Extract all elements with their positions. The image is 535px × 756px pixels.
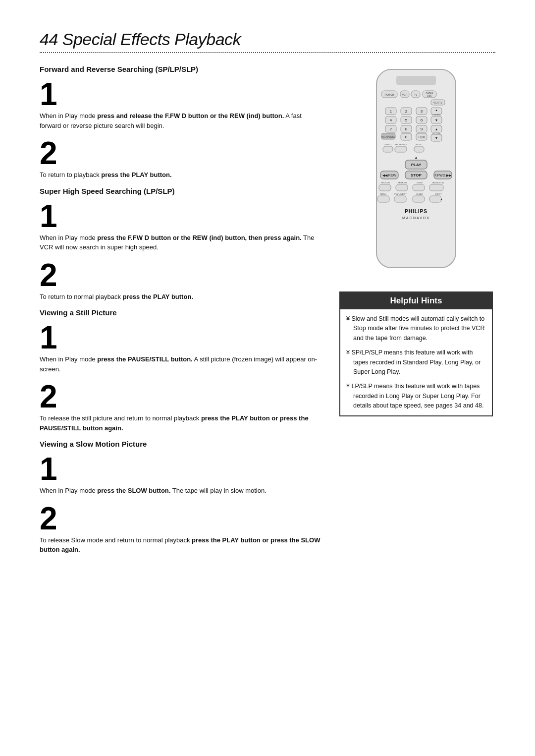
section-still-picture: Viewing a Still Picture 1 When in Play m… [40,308,322,433]
svg-text:▲: ▲ [435,109,438,112]
svg-text:4: 4 [390,118,392,122]
step-4-1: 1 When in Play mode press the SLOW butto… [40,453,322,496]
svg-rect-75 [394,196,406,202]
left-column: Forward and Reverse Searching (SP/LP/SLP… [40,62,322,562]
section-forward-reverse: Forward and Reverse Searching (SP/LP/SLP… [40,65,322,180]
step-1-1: 1 When in Play mode press and release th… [40,78,322,130]
step-text-2-2: To return to normal playback press the P… [40,292,322,302]
svg-text:POWER: POWER [385,93,394,96]
hint-yen-3: ¥ [346,383,350,390]
svg-text:TV: TV [414,93,418,96]
svg-rect-66 [379,184,391,191]
svg-text:STOP: STOP [411,173,422,177]
step-number-3-1: 1 [40,322,322,353]
section-super-high-speed: Super High Speed Searching (LP/SLP) 1 Wh… [40,187,322,302]
svg-text:REC/OTR: REC/OTR [381,181,390,184]
step-number-1-1: 1 [40,78,322,110]
svg-text:F.FWD ▶▶: F.FWD ▶▶ [434,174,451,177]
svg-text:◀◀ REW: ◀◀ REW [382,174,397,177]
svg-text:9: 9 [421,127,423,131]
step-2-1: 1 When in Play mode press the F.FW D but… [40,200,322,252]
svg-text:0: 0 [405,135,408,139]
helpful-hints-body: ¥ Slow and Still modes will automati cal… [340,309,492,415]
svg-text:PAUSE/STILL: PAUSE/STILL [432,181,445,184]
svg-rect-51 [395,146,407,152]
svg-text:7: 7 [390,127,392,131]
step-4-2: 2 To release Slow mode and return to nor… [40,503,322,555]
step-number-2-2: 2 [40,259,322,291]
main-layout: Forward and Reverse Searching (SP/LP/SLP… [40,62,495,562]
svg-text:VCR: VCR [402,93,408,96]
svg-text:VCR PLUS+: VCR PLUS+ [381,135,395,138]
svg-text:DSS: DSS [427,95,431,97]
svg-text:MUTE: MUTE [416,143,422,146]
svg-text:SPEED: SPEED [384,143,391,146]
step-3-1: 1 When in Play mode press the PAUSE/STIL… [40,322,322,374]
step-number-4-1: 1 [40,453,322,485]
svg-text:▼: ▼ [435,118,438,122]
svg-text:▲: ▲ [440,198,443,201]
hint-item-2: ¥ SP/LP/SLP means this feature will work… [346,348,486,377]
step-number-2-1: 1 [40,200,322,232]
svg-text:1: 1 [390,109,392,114]
svg-text:▼: ▼ [435,136,438,140]
step-text-1-1: When in Play mode press and release the … [40,111,322,130]
svg-text:STATUS/EXIT: STATUS/EXIT [394,193,407,195]
hint-yen-2: ¥ [346,349,350,356]
svg-text:+100: +100 [418,135,426,139]
helpful-hints-box: Helpful Hints ¥ Slow and Still modes wil… [339,291,493,416]
right-column: POWER VCR TV CABLE DSS VCR/TV 1 2 3 [337,62,495,562]
svg-text:2: 2 [405,109,408,114]
svg-rect-69 [429,184,443,191]
svg-rect-76 [413,196,425,202]
section-title-3: Viewing a Still Picture [40,308,322,317]
svg-text:MAGNAVOX: MAGNAVOX [402,216,430,220]
svg-text:MEMORY: MEMORY [398,181,407,184]
section-divider [40,52,495,53]
remote-control-image: POWER VCR TV CABLE DSS VCR/TV 1 2 3 [367,67,466,277]
step-text-4-1: When in Play mode press the SLOW button.… [40,486,322,496]
svg-text:EJECT: EJECT [435,193,442,195]
svg-text:5: 5 [405,118,408,122]
svg-text:▲: ▲ [435,127,438,131]
step-1-2: 2 To return to playback press the PLAY b… [40,137,322,180]
svg-text:▲: ▲ [415,156,418,159]
svg-rect-74 [377,196,389,202]
section-title-2: Super High Speed Searching (LP/SLP) [40,187,322,195]
step-text-3-1: When in Play mode press the PAUSE/STILL … [40,354,322,374]
step-2-2: 2 To return to normal playback press the… [40,259,322,302]
section-slow-motion: Viewing a Slow Motion Picture 1 When in … [40,440,322,555]
hint-item-3: ¥ LP/SLP means this feature will work wi… [346,382,486,410]
step-3-2: 2 To release the still picture and retur… [40,381,322,433]
svg-text:TIME SEARCH: TIME SEARCH [393,143,407,146]
svg-text:PHILIPS: PHILIPS [405,209,428,214]
hint-yen-1: ¥ [346,315,350,322]
step-number-1-2: 2 [40,137,322,169]
svg-rect-67 [396,184,408,191]
svg-rect-50 [383,146,393,152]
step-number-3-2: 2 [40,381,322,412]
step-number-4-2: 2 [40,503,322,534]
svg-text:VCR/TV: VCR/TV [433,101,443,104]
svg-text:CHANNEL: CHANNEL [431,114,441,116]
section-title-1: Forward and Reverse Searching (SP/LP/SLP… [40,65,322,73]
page-title: 44 Special Effects Playback [40,30,495,49]
section-title-4: Viewing a Slow Motion Picture [40,440,322,448]
svg-text:6: 6 [421,118,423,122]
svg-text:MENU: MENU [380,193,386,195]
step-text-4-2: To release Slow mode and return to norma… [40,535,322,555]
step-text-3-2: To release the still picture and return … [40,413,322,433]
svg-rect-52 [414,146,424,152]
svg-text:PLAY: PLAY [411,163,422,167]
helpful-hints-header: Helpful Hints [340,292,492,309]
svg-text:8: 8 [405,127,408,131]
svg-rect-1 [396,76,436,85]
svg-text:SLOW: SLOW [417,181,423,184]
svg-text:3: 3 [421,109,423,114]
step-text-1-2: To return to playback press the PLAY but… [40,170,322,180]
svg-rect-68 [413,184,425,191]
step-text-2-1: When in Play mode press the F.FW D butto… [40,233,322,252]
svg-text:CLEAR: CLEAR [416,193,423,195]
hint-item-1: ¥ Slow and Still modes will automati cal… [346,314,486,343]
